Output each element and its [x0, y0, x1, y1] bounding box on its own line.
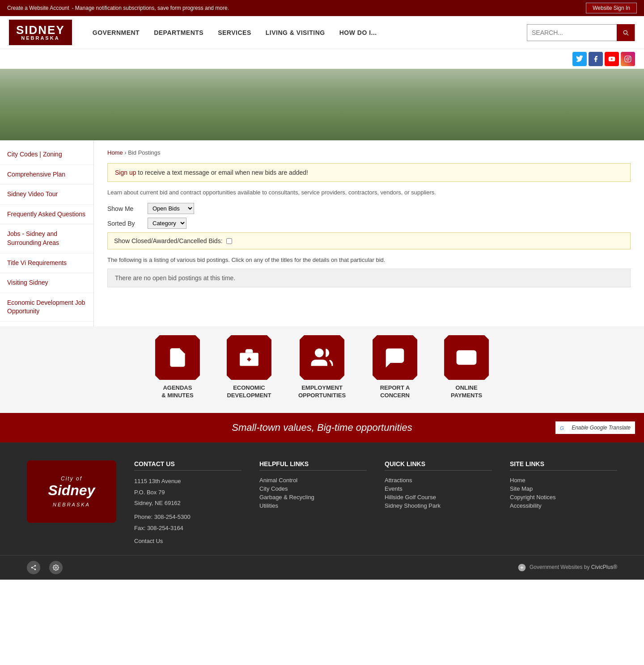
helpful-link-city-codes[interactable]: City Codes — [259, 485, 367, 492]
hero-overlay — [0, 69, 644, 140]
footer-logo: City of Sidney NEBRASKA — [27, 460, 116, 546]
footer-site-links: SITE LINKS Home Site Map Copyright Notic… — [510, 460, 617, 546]
report-icon — [384, 346, 406, 369]
footer-contact: CONTACT US 1115 13th Avenue P.O. Box 79 … — [134, 460, 242, 546]
helpful-links-title: HELPFUL LINKS — [259, 460, 367, 471]
agendas-badge — [155, 335, 200, 380]
helpful-link-utilities[interactable]: Utilities — [259, 502, 367, 509]
payments-label: ONLINEPAYMENTS — [451, 384, 482, 400]
contact-address3: Sidney, NE 69162 — [134, 499, 242, 508]
site-link-accessibility[interactable]: Accessibility — [510, 502, 617, 509]
economic-dev-icon[interactable]: ECONOMICDEVELOPMENT — [227, 335, 271, 400]
closed-bids-row: Show Closed/Awarded/Cancelled Bids: — [107, 232, 631, 249]
quick-links-title: QUICK LINKS — [385, 460, 492, 471]
sidebar-item-economic-dev[interactable]: Economic Development Job Opportunity — [0, 293, 93, 322]
site-link-home[interactable]: Home — [510, 477, 617, 484]
footer-quick-links: QUICK LINKS Attractions Events Hillside … — [385, 460, 492, 546]
google-translate-button[interactable]: G Enable Google Translate — [555, 421, 635, 434]
sign-in-button[interactable]: Website Sign In — [586, 3, 637, 13]
quick-link-events[interactable]: Events — [385, 485, 492, 492]
footer-logo-text: City of Sidney NEBRASKA — [48, 476, 95, 508]
sidebar-item-video-tour[interactable]: Sidney Video Tour — [0, 185, 93, 205]
nav-living-visiting[interactable]: LIVING & VISITING — [258, 20, 332, 45]
logo[interactable]: SIDNEY NEBRASKA — [9, 20, 72, 45]
svg-point-1 — [627, 58, 629, 60]
quick-link-shooting-park[interactable]: Sidney Shooting Park — [385, 502, 492, 509]
bottom-icons-strip: AGENDAS& MINUTES ECONOMICDEVELOPMENT EMP… — [0, 326, 644, 413]
footer-bottom-icons — [27, 561, 63, 574]
site-link-copyright[interactable]: Copyright Notices — [510, 494, 617, 501]
breadcrumb-home[interactable]: Home — [107, 149, 123, 156]
employment-label: EMPLOYMENTOPPORTUNITIES — [298, 384, 346, 400]
logo-state: NEBRASKA — [16, 36, 65, 41]
facebook-icon[interactable] — [589, 52, 603, 66]
svg-line-17 — [33, 568, 34, 569]
contact-phone: Phone: 308-254-5300 — [134, 513, 242, 522]
employment-badge — [300, 335, 344, 380]
agendas-icon — [166, 346, 189, 369]
sidebar-item-faq[interactable]: Frequently Asked Questions — [0, 205, 93, 225]
create-account-link[interactable]: Create a Website Account — [7, 5, 69, 11]
online-payments-icon[interactable]: ONLINEPAYMENTS — [444, 335, 489, 400]
signup-text: to receive a text message or email when … — [136, 169, 308, 176]
nav-how-do-i[interactable]: HOW DO I... — [332, 20, 384, 45]
main-nav: GOVERNMENT DEPARTMENTS SERVICES LIVING &… — [85, 20, 527, 45]
svg-point-19 — [55, 567, 57, 568]
search-input[interactable] — [527, 27, 617, 38]
instagram-icon[interactable] — [621, 52, 635, 66]
payments-badge — [444, 335, 489, 380]
sorted-by-select[interactable]: Category Date Title — [148, 218, 186, 229]
contact-fax: Fax: 308-254-3164 — [134, 524, 242, 533]
no-bids-message: There are no open bid postings at this t… — [107, 269, 631, 287]
footer-helpful-links: HELPFUL LINKS Animal Control City Codes … — [259, 460, 367, 546]
svg-point-10 — [394, 360, 395, 361]
govt-text: Government Websites by — [530, 564, 591, 570]
twitter-icon[interactable] — [572, 52, 587, 66]
agendas-label: AGENDAS& MINUTES — [161, 384, 194, 400]
report-label: REPORT ACONCERN — [380, 384, 410, 400]
content-area: Home › Bid Postings Sign up to receive a… — [94, 140, 644, 326]
quick-link-attractions[interactable]: Attractions — [385, 477, 492, 484]
tagline-text: Small-town values, Big-time opportunitie… — [232, 422, 412, 433]
breadcrumb: Home › Bid Postings — [107, 149, 631, 156]
site-links-title: SITE LINKS — [510, 460, 617, 471]
svg-point-2 — [629, 57, 630, 58]
footer-settings-icon[interactable] — [49, 561, 63, 574]
social-bar — [0, 49, 644, 69]
contact-link[interactable]: Contact Us — [134, 538, 242, 544]
sidebar-item-city-codes[interactable]: City Codes | Zoning — [0, 145, 93, 165]
employment-icon[interactable]: EMPLOYMENTOPPORTUNITIES — [298, 335, 346, 400]
sidebar-item-visiting[interactable]: Visiting Sidney — [0, 273, 93, 293]
sidebar-item-jobs[interactable]: Jobs - Sidney and Surrounding Areas — [0, 224, 93, 253]
sidebar-item-comprehensive-plan[interactable]: Comprehensive Plan — [0, 165, 93, 185]
signup-link[interactable]: Sign up — [115, 169, 136, 176]
nav-services[interactable]: SERVICES — [211, 20, 258, 45]
sidebar: City Codes | Zoning Comprehensive Plan S… — [0, 140, 94, 326]
sorted-by-label: Sorted By — [107, 220, 143, 227]
youtube-icon[interactable] — [605, 52, 619, 66]
search-button[interactable] — [617, 24, 635, 41]
civicplus-link[interactable]: CivicPlus® — [591, 564, 617, 570]
closed-bids-checkbox[interactable] — [226, 238, 232, 244]
footer-logo-box: City of Sidney NEBRASKA — [27, 460, 116, 523]
footer-share-icon[interactable] — [27, 561, 40, 574]
helpful-link-animal-control[interactable]: Animal Control — [259, 477, 367, 484]
top-bar: Create a Website Account - Manage notifi… — [0, 0, 644, 16]
show-me-select[interactable]: Open Bids Closed Bids All Bids — [148, 203, 194, 214]
svg-text:G: G — [560, 425, 564, 431]
helpful-link-garbage[interactable]: Garbage & Recycling — [259, 494, 367, 501]
report-badge — [373, 335, 417, 380]
nav-departments[interactable]: DEPARTMENTS — [147, 20, 211, 45]
site-link-sitemap[interactable]: Site Map — [510, 485, 617, 492]
economic-label: ECONOMICDEVELOPMENT — [227, 384, 271, 400]
sidebar-item-title-vi[interactable]: Title Vi Requirements — [0, 253, 93, 274]
quick-link-hillside[interactable]: Hillside Golf Course — [385, 494, 492, 501]
svg-rect-0 — [625, 56, 631, 62]
nav-government[interactable]: GOVERNMENT — [85, 20, 147, 45]
civicplus-icon — [517, 563, 526, 572]
svg-point-15 — [31, 567, 33, 568]
agendas-minutes-icon[interactable]: AGENDAS& MINUTES — [155, 335, 200, 400]
logo-area: SIDNEY NEBRASKA — [9, 20, 72, 45]
report-concern-icon[interactable]: REPORT ACONCERN — [373, 335, 417, 400]
footer: City of Sidney NEBRASKA CONTACT US 1115 … — [0, 442, 644, 555]
